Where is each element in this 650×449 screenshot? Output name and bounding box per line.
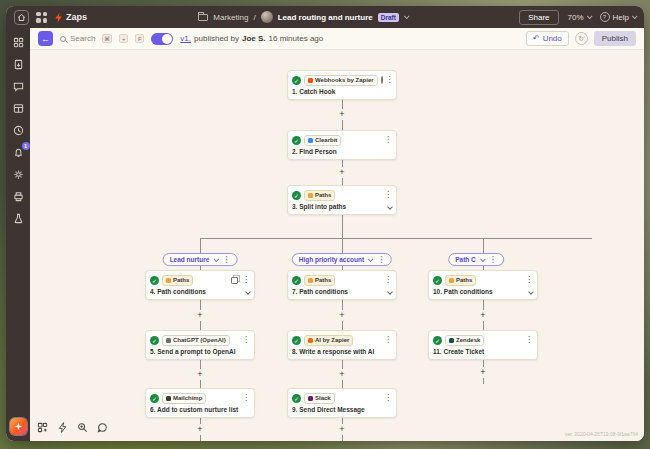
success-check-icon: ✓ bbox=[292, 394, 301, 403]
add-step-button[interactable]: + bbox=[195, 369, 204, 380]
app-pill: Mailchimp bbox=[162, 393, 206, 404]
version-link[interactable]: v1, bbox=[180, 34, 191, 43]
add-step-button[interactable]: + bbox=[478, 310, 487, 321]
history-icon[interactable] bbox=[12, 124, 25, 137]
back-button[interactable]: ← bbox=[38, 31, 53, 46]
map-grid-icon[interactable] bbox=[36, 421, 48, 433]
chevron-down-icon[interactable] bbox=[387, 204, 393, 210]
canvas-mini-toolbar bbox=[36, 421, 108, 433]
branch-label-pill[interactable]: Lead nurture ⋮ bbox=[163, 253, 238, 266]
success-check-icon: ✓ bbox=[292, 276, 301, 285]
zaps-logo[interactable]: Zaps bbox=[54, 12, 87, 23]
app-pill: Slack bbox=[304, 393, 335, 404]
step-card-9[interactable]: ✓ Slack ⋮ 9. Send Direct Message bbox=[287, 388, 397, 418]
step-card-7[interactable]: ✓ Paths ⋮ 7. Path conditions bbox=[287, 270, 397, 300]
document-icon[interactable] bbox=[12, 58, 25, 71]
step-menu-button[interactable]: ⋮ bbox=[384, 336, 392, 344]
step-menu-button[interactable]: ⋮ bbox=[384, 191, 392, 199]
undo-button[interactable]: ↶ Undo bbox=[526, 31, 569, 46]
add-step-button[interactable]: + bbox=[337, 167, 346, 178]
app-pill: Paths bbox=[445, 275, 476, 286]
chevron-down-icon[interactable] bbox=[387, 289, 393, 295]
success-check-icon: ✓ bbox=[292, 191, 301, 200]
zoom-tools-icon[interactable] bbox=[76, 421, 88, 433]
step-menu-button[interactable]: ⋮ bbox=[525, 336, 533, 344]
tables-icon[interactable] bbox=[12, 102, 25, 115]
branch-menu-button[interactable]: ⋮ bbox=[222, 256, 230, 264]
notifications-icon[interactable]: 1 bbox=[12, 146, 25, 159]
top-bar: Zaps Marketing / Lead routing and nurtur… bbox=[6, 6, 644, 28]
shortcut-key: F bbox=[135, 34, 144, 43]
zoom-level-dropdown[interactable]: 70% bbox=[568, 13, 591, 22]
add-step-button[interactable]: + bbox=[195, 310, 204, 321]
search-input[interactable]: Search bbox=[60, 34, 95, 43]
add-step-button[interactable]: + bbox=[478, 367, 487, 378]
flow-canvas[interactable]: + + + + + + + + + + Lead nurture ⋮ High … bbox=[30, 50, 644, 441]
step-menu-button[interactable]: ⋮ bbox=[231, 276, 250, 284]
search-placeholder: Search bbox=[70, 34, 95, 43]
chevron-down-icon[interactable] bbox=[404, 13, 410, 19]
success-check-icon: ✓ bbox=[292, 136, 301, 145]
copilot-button[interactable] bbox=[10, 418, 27, 435]
step-card-4[interactable]: ✓ Paths ⋮ 4. Path conditions bbox=[145, 270, 255, 300]
zap-name[interactable]: Lead routing and nurture bbox=[278, 13, 373, 22]
success-check-icon: ✓ bbox=[150, 276, 159, 285]
search-icon bbox=[60, 36, 66, 42]
time-ago: 16 minutes ago bbox=[269, 34, 324, 43]
step-card-11[interactable]: ✓ Zendesk ⋮ 11. Create Ticket bbox=[428, 330, 538, 360]
step-menu-button[interactable]: ⋮ bbox=[384, 136, 392, 144]
version-toggle[interactable] bbox=[151, 33, 173, 45]
step-menu-button[interactable]: ⋮ bbox=[384, 276, 392, 284]
chat-bubble-icon[interactable] bbox=[96, 421, 108, 433]
app-pill: Webhooks by Zapier bbox=[304, 75, 378, 86]
step-menu-button[interactable]: ⋮ bbox=[384, 394, 392, 402]
add-step-button[interactable]: + bbox=[337, 310, 346, 321]
add-step-button[interactable]: + bbox=[337, 369, 346, 380]
step-card-1[interactable]: ✓ Webhooks by Zapier ⋮ 1. Catch Hook bbox=[287, 70, 397, 100]
success-check-icon: ✓ bbox=[292, 76, 301, 85]
copy-icon[interactable] bbox=[231, 277, 238, 284]
step-card-2[interactable]: ✓ Clearbit ⋮ 2. Find Person bbox=[287, 130, 397, 160]
branch-menu-button[interactable]: ⋮ bbox=[489, 256, 497, 264]
product-title: Zaps bbox=[66, 12, 87, 22]
step-card-8[interactable]: ✓ AI by Zapier ⋮ 8. Write a response wit… bbox=[287, 330, 397, 360]
branch-label-pill[interactable]: High priority account ⋮ bbox=[292, 253, 392, 266]
step-menu-button[interactable]: ⋮ bbox=[386, 76, 394, 84]
bolt-icon[interactable] bbox=[56, 421, 68, 433]
settings-gear-icon[interactable] bbox=[12, 168, 25, 181]
branch-menu-button[interactable]: ⋮ bbox=[377, 256, 385, 264]
app-switcher-grid-icon[interactable] bbox=[36, 12, 47, 23]
instant-trigger-icon bbox=[381, 76, 383, 84]
app-pill: ChatGPT (OpenAI) bbox=[162, 335, 230, 346]
apps-grid-icon[interactable] bbox=[12, 36, 25, 49]
chevron-down-icon[interactable] bbox=[245, 289, 251, 295]
publish-button[interactable]: Publish bbox=[594, 31, 636, 46]
home-button[interactable] bbox=[14, 10, 29, 25]
message-icon[interactable] bbox=[12, 80, 25, 93]
chevron-down-icon[interactable] bbox=[528, 289, 534, 295]
step-card-10[interactable]: ✓ Paths ⋮ 10. Path conditions bbox=[428, 270, 538, 300]
add-step-button[interactable]: + bbox=[337, 109, 346, 120]
ai-by-zapier-app-icon bbox=[308, 338, 313, 343]
shortcut-key: ⌘ bbox=[102, 34, 112, 43]
step-menu-button[interactable]: ⋮ bbox=[525, 276, 533, 284]
zapier-bolt-icon bbox=[54, 12, 63, 23]
share-button[interactable]: Share bbox=[519, 10, 558, 25]
add-step-button[interactable]: + bbox=[337, 424, 346, 435]
step-menu-button[interactable]: ⋮ bbox=[242, 336, 250, 344]
chevron-down-icon bbox=[480, 256, 486, 262]
step-card-5[interactable]: ✓ ChatGPT (OpenAI) ⋮ 5. Send a prompt to… bbox=[145, 330, 255, 360]
step-card-6[interactable]: ✓ Mailchimp ⋮ 6. Add to custom nurture l… bbox=[145, 388, 255, 418]
step-menu-button[interactable]: ⋮ bbox=[242, 394, 250, 402]
printer-icon[interactable] bbox=[12, 190, 25, 203]
app-pill: AI by Zapier bbox=[304, 335, 353, 346]
chatgpt-app-icon bbox=[166, 338, 171, 343]
add-step-button[interactable]: + bbox=[195, 424, 204, 435]
redo-button[interactable]: ↻ bbox=[575, 32, 588, 45]
labs-flask-icon[interactable] bbox=[12, 212, 25, 225]
breadcrumb-folder[interactable]: Marketing bbox=[213, 13, 248, 22]
publish-note: v1, published by Joe S. 16 minutes ago bbox=[180, 34, 323, 43]
branch-label-pill[interactable]: Path C ⋮ bbox=[448, 253, 504, 266]
step-card-3[interactable]: ✓ Paths ⋮ 3. Split into paths bbox=[287, 185, 397, 215]
help-menu[interactable]: ? Help bbox=[600, 12, 636, 22]
